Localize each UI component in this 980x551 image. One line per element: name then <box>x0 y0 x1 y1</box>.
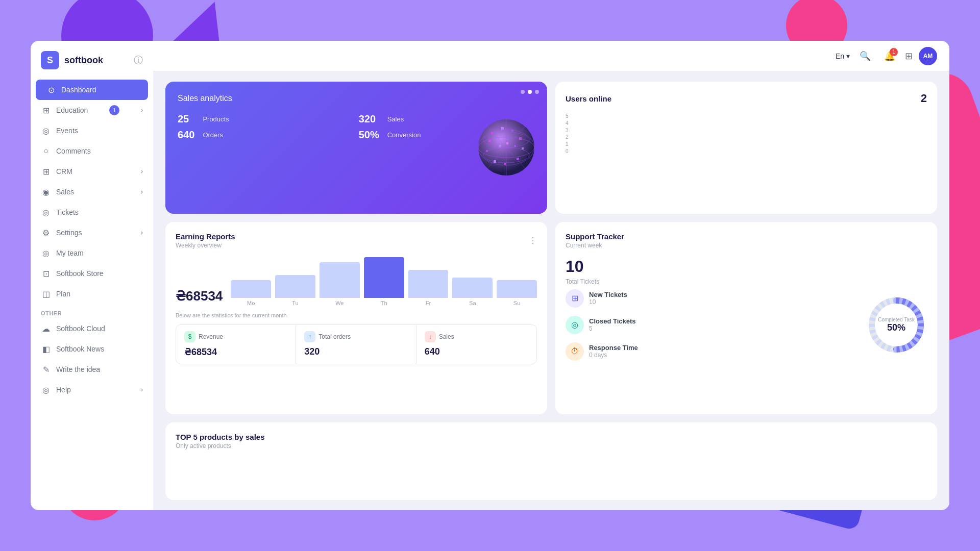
sidebar-item-label-plan: Plan <box>56 290 70 298</box>
crm-chevron-icon: › <box>141 168 143 175</box>
sales-stat-label: ↓ Sales <box>425 331 528 342</box>
weekly-bar-We <box>320 262 360 298</box>
sidebar-item-my-team[interactable]: ◎ My team <box>31 243 153 263</box>
weekly-bar-group-Fr: Fr <box>408 270 449 306</box>
total-orders-label: ↑ Total orders <box>304 331 407 342</box>
sales-sphere <box>476 117 537 178</box>
sidebar-item-sales[interactable]: ◉ Sales › <box>31 182 153 202</box>
weekly-bar-Su <box>497 280 537 298</box>
svg-rect-19 <box>499 145 501 147</box>
sidebar-item-label-tickets: Tickets <box>56 208 79 216</box>
sidebar-item-help[interactable]: ◎ Help › <box>31 380 153 400</box>
svg-rect-17 <box>488 140 491 142</box>
day-label-Mo: Mo <box>247 300 255 306</box>
settings-chevron-icon: › <box>141 229 143 236</box>
weekly-chart: MoTuWeThFrSaSu <box>231 257 537 308</box>
sales-stat-icon: ↓ <box>425 331 436 342</box>
orders-icon: ↑ <box>304 331 315 342</box>
sidebar-item-crm[interactable]: ⊞ CRM › <box>31 161 153 182</box>
carousel-dots <box>521 90 539 94</box>
dot-2[interactable] <box>528 90 532 94</box>
main-container: S softbook ⓘ ⊙ Dashboard ⊞ Education 1 ›… <box>31 41 949 510</box>
weekly-bar-Fr <box>408 270 449 298</box>
logo-letter: S <box>47 55 53 66</box>
search-button[interactable]: 🔍 <box>856 47 874 65</box>
plan-icon: ◫ <box>41 289 51 299</box>
conversion-value: 50% <box>359 129 379 141</box>
sidebar-item-write-the-idea[interactable]: ✎ Write the idea <box>31 359 153 380</box>
news-icon: ◧ <box>41 344 51 354</box>
stats-note: Below are the statistics for the current… <box>176 312 537 318</box>
new-tickets-item: ⊞ New Tickets 10 <box>566 289 857 308</box>
search-icon: 🔍 <box>860 51 871 62</box>
top-products-subtitle: Only active products <box>176 442 927 449</box>
cloud-icon: ☁ <box>41 323 51 334</box>
dot-1[interactable] <box>521 90 525 94</box>
earning-title-group: Earning Reports Weekly overview <box>176 232 235 249</box>
weekly-bar-group-Su: Su <box>497 280 537 306</box>
revenue-label: $ Revenue <box>184 331 287 342</box>
lang-label: En <box>836 52 844 60</box>
support-header: Support Tracker Current week <box>566 232 927 249</box>
closed-tickets-label: Closed Tickets <box>589 317 636 325</box>
sidebar-item-label-news: Softbook News <box>56 345 104 353</box>
sidebar-item-softbook-cloud[interactable]: ☁ Softbook Cloud <box>31 318 153 339</box>
orders-value: 640 <box>178 129 194 141</box>
sidebar-item-plan[interactable]: ◫ Plan <box>31 284 153 304</box>
sidebar-item-events[interactable]: ◎ Events <box>31 120 153 141</box>
revenue-icon: $ <box>184 331 195 342</box>
support-title-group: Support Tracker Current week <box>566 232 624 249</box>
sidebar-item-comments[interactable]: ○ Comments <box>31 141 153 161</box>
write-icon: ✎ <box>41 364 51 374</box>
lang-chevron-icon: ▾ <box>846 52 850 60</box>
y-label-3: 3 <box>566 128 569 133</box>
help-icon[interactable]: ⓘ <box>134 54 143 66</box>
day-label-Su: Su <box>513 300 520 306</box>
sidebar-item-settings[interactable]: ⚙ Settings › <box>31 222 153 243</box>
response-time-info: Response Time 0 days <box>589 344 638 359</box>
total-orders-label-text: Total orders <box>318 333 351 340</box>
dot-3[interactable] <box>535 90 539 94</box>
logo-area: S softbook ⓘ <box>31 51 153 80</box>
help-chevron-icon: › <box>141 386 143 393</box>
new-tickets-label: New Tickets <box>589 291 627 298</box>
orders-label: Orders <box>203 131 350 139</box>
svg-rect-13 <box>517 158 519 160</box>
y-label-5: 5 <box>566 113 569 119</box>
day-label-Tu: Tu <box>292 300 298 306</box>
day-label-Th: Th <box>381 300 387 306</box>
sales-chevron-icon: › <box>141 188 143 195</box>
earning-subtitle: Weekly overview <box>176 242 235 249</box>
sidebar-item-softbook-store[interactable]: ⊡ Softbook Store <box>31 263 153 284</box>
earning-amount: ₴68534 <box>176 288 223 304</box>
education-badge: 1 <box>109 105 119 115</box>
day-label-Fr: Fr <box>426 300 431 306</box>
sidebar-item-education[interactable]: ⊞ Education 1 › <box>31 100 153 120</box>
sidebar-item-dashboard[interactable]: ⊙ Dashboard <box>36 80 148 100</box>
weekly-bar-Tu <box>275 275 315 298</box>
revenue-value: ₴68534 <box>184 346 287 358</box>
avatar[interactable]: AM <box>919 47 937 65</box>
sales-cell: ↓ Sales 640 <box>416 325 536 364</box>
tickets-count: 10 <box>566 257 927 276</box>
response-time-icon: ⏱ <box>566 342 584 361</box>
closed-tickets-value: 5 <box>589 325 636 332</box>
my-team-icon: ◎ <box>41 248 51 258</box>
lang-selector[interactable]: En ▾ <box>836 52 850 60</box>
other-section-label: OTHER <box>31 304 153 318</box>
notification-button[interactable]: 🔔 1 <box>880 47 899 65</box>
logo-text: softbook <box>64 55 103 66</box>
grid-button[interactable]: ⊞ <box>905 51 913 62</box>
total-tickets-label: Total Tickets <box>566 278 927 285</box>
weekly-bar-group-Mo: Mo <box>231 280 271 306</box>
support-subtitle: Current week <box>566 242 624 249</box>
sidebar-item-softbook-news[interactable]: ◧ Softbook News <box>31 339 153 359</box>
svg-rect-12 <box>522 147 524 149</box>
weekly-bar-group-Sa: Sa <box>452 278 493 306</box>
earning-more-button[interactable]: ⋮ <box>529 236 537 245</box>
sidebar-item-tickets[interactable]: ◎ Tickets <box>31 202 153 222</box>
weekly-bar-Mo <box>231 280 271 298</box>
top-products-card: TOP 5 products by sales Only active prod… <box>165 422 937 500</box>
settings-icon: ⚙ <box>41 228 51 238</box>
total-orders-value: 320 <box>304 346 407 357</box>
